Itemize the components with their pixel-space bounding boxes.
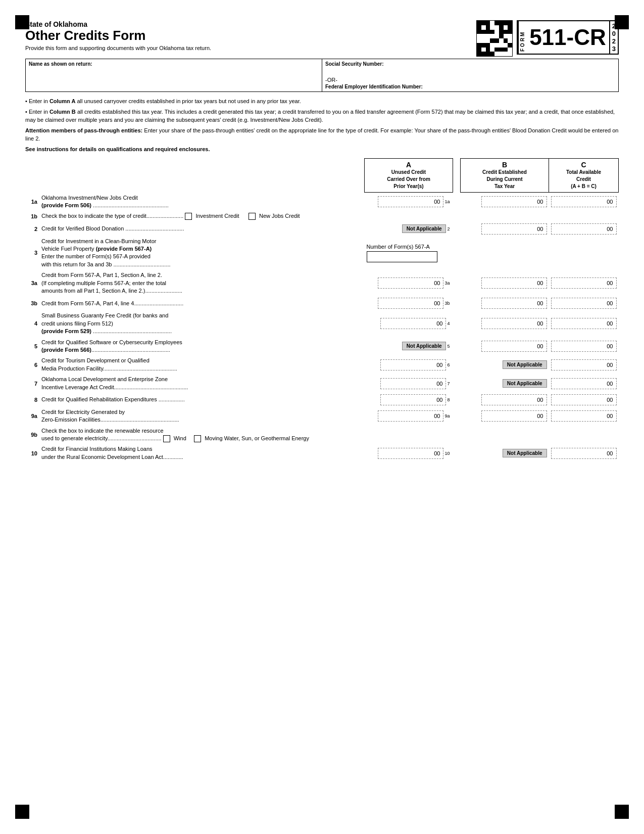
input-a-3a[interactable]: 00 [378, 277, 443, 289]
desc-4: Small Business Guaranty Fee Credit (for … [39, 310, 365, 337]
form-subtitle: Provide this form and supporting documen… [25, 45, 211, 51]
input-b-2[interactable]: 00 [481, 223, 547, 235]
col-c-3a[interactable]: 00 [549, 270, 619, 296]
col-b-2[interactable]: 00 [461, 222, 549, 236]
col-a-1a[interactable]: 00 1a [365, 193, 453, 211]
row-id-7: 7 [447, 381, 450, 386]
checkbox-wind[interactable] [163, 435, 170, 442]
input-c-9a[interactable]: 00 [551, 410, 617, 422]
corner-mark-tl [15, 15, 29, 29]
input-c-4[interactable]: 00 [551, 318, 617, 329]
instruction-2: • Enter in Column B all credits establis… [25, 108, 619, 124]
input-b-5[interactable]: 00 [481, 341, 547, 352]
row-3a: 3a Credit from Form 567-A, Part 1, Secti… [25, 270, 619, 296]
row-num-9b: 9b [25, 426, 39, 444]
input-a-8[interactable]: 00 [380, 394, 446, 405]
checkbox-moving-water[interactable] [194, 435, 201, 442]
col-a-3b[interactable]: 00 3b [365, 296, 453, 310]
row-num-8: 8 [25, 393, 39, 407]
input-b-4[interactable]: 00 [481, 318, 547, 329]
col-a-6[interactable]: 00 6 [365, 355, 453, 374]
input-c-5[interactable]: 00 [551, 341, 617, 352]
input-b-9a[interactable]: 00 [481, 410, 547, 422]
col-c-6[interactable]: 00 [549, 355, 619, 374]
col-c-5[interactable]: 00 [549, 337, 619, 356]
or-label: -OR- [325, 76, 615, 84]
input-a-4[interactable]: 00 [380, 318, 446, 329]
row-num-7: 7 [25, 374, 39, 393]
col-b-3a[interactable]: 00 [461, 270, 549, 296]
col-a-7[interactable]: 00 7 [365, 374, 453, 393]
row-10: 10 Credit for Financial Institutions Mak… [25, 444, 619, 462]
col-c-10[interactable]: 00 [549, 444, 619, 462]
row-num-6: 6 [25, 355, 39, 374]
col-a-3a[interactable]: 00 3a [365, 270, 453, 296]
not-applicable-a-2: Not Applicable [402, 224, 447, 233]
name-label: Name as shown on return: [29, 61, 319, 67]
input-a-7[interactable]: 00 [380, 378, 446, 389]
corner-mark-br [615, 805, 629, 819]
col-b-4[interactable]: 00 [461, 310, 549, 337]
row-3: 3 Credit for Investment in a Clean-Burni… [25, 236, 619, 270]
col-c-7[interactable]: 00 [549, 374, 619, 393]
row-5: 5 Credit for Qualified Software or Cyber… [25, 337, 619, 356]
col-c-3b[interactable]: 00 [549, 296, 619, 310]
input-c-7[interactable]: 00 [551, 378, 617, 389]
col-b-6: Not Applicable [461, 355, 549, 374]
moving-water-label: Moving Water, Sun, or Geothermal Energy [205, 435, 309, 441]
input-c-6[interactable]: 00 [551, 359, 617, 370]
instruction-1: • Enter in Column A all unused carryover… [25, 97, 619, 106]
col-c-8[interactable]: 00 [549, 393, 619, 407]
desc-3b: Credit from Form 567-A, Part 4, line 4..… [39, 296, 365, 310]
input-c-8[interactable]: 00 [551, 394, 617, 405]
input-c-10[interactable]: 00 [551, 448, 617, 459]
col-c-9a[interactable]: 00 [549, 407, 619, 426]
checkbox-investment[interactable] [185, 213, 192, 220]
input-a-3b[interactable]: 00 [378, 298, 443, 309]
col-a-9a[interactable]: 00 9a [365, 407, 453, 426]
input-b-3b[interactable]: 00 [481, 298, 547, 309]
col-c-4[interactable]: 00 [549, 310, 619, 337]
col-b-5[interactable]: 00 [461, 337, 549, 356]
row-1b: 1b Check the box to indicate the type of… [25, 211, 619, 221]
instructions-block: • Enter in Column A all unused carryover… [25, 97, 619, 153]
desc-1b: Check the box to indicate the type of cr… [39, 211, 619, 221]
input-a-10[interactable]: 00 [378, 448, 443, 459]
desc-5: Credit for Qualified Software or Cyberse… [39, 337, 365, 356]
row-id-2: 2 [447, 226, 450, 231]
input-c-2[interactable]: 00 [551, 223, 617, 235]
checkbox-new-jobs[interactable] [249, 213, 256, 220]
input-c-1a[interactable]: 00 [551, 196, 617, 207]
row-num-4: 4 [25, 310, 39, 337]
row-num-3a: 3a [25, 270, 39, 296]
input-c-3b[interactable]: 00 [551, 298, 617, 309]
col-a-4[interactable]: 00 4 [365, 310, 453, 337]
new-jobs-credit-label: New Jobs Credit [259, 213, 300, 219]
input-b-8[interactable]: 00 [481, 394, 547, 405]
not-applicable-b-7: Not Applicable [503, 379, 547, 388]
col-a-8[interactable]: 00 8 [365, 393, 453, 407]
col-b-1a[interactable]: 00 [461, 193, 549, 211]
row-num-1b: 1b [25, 211, 39, 221]
input-a-6[interactable]: 00 [380, 359, 446, 370]
form-number-block: FORM 511-CR 2 0 2 3 [517, 20, 619, 55]
ssn-label: Social Security Number: [325, 61, 615, 67]
col-c-2[interactable]: 00 [549, 222, 619, 236]
input-a-1a[interactable]: 00 [378, 196, 443, 207]
wind-label: Wind [174, 435, 186, 441]
col-b-8[interactable]: 00 [461, 393, 549, 407]
input-b-1a[interactable]: 00 [481, 196, 547, 207]
col-a-10[interactable]: 00 10 [365, 444, 453, 462]
row-id-5: 5 [447, 344, 450, 349]
input-c-3a[interactable]: 00 [551, 277, 617, 289]
input-a-9a[interactable]: 00 [378, 410, 443, 422]
input-b-3a[interactable]: 00 [481, 277, 547, 289]
form-label: FORM [518, 21, 526, 54]
col-b-9a[interactable]: 00 [461, 407, 549, 426]
qr-code [476, 20, 513, 57]
col-b-3b[interactable]: 00 [461, 296, 549, 310]
column-header-row: A Unused CreditCarried Over fromPrior Ye… [25, 159, 619, 193]
col-c-1a[interactable]: 00 [549, 193, 619, 211]
row-9a: 9a Credit for Electricity Generated byZe… [25, 407, 619, 426]
form-count-input[interactable] [367, 251, 437, 262]
